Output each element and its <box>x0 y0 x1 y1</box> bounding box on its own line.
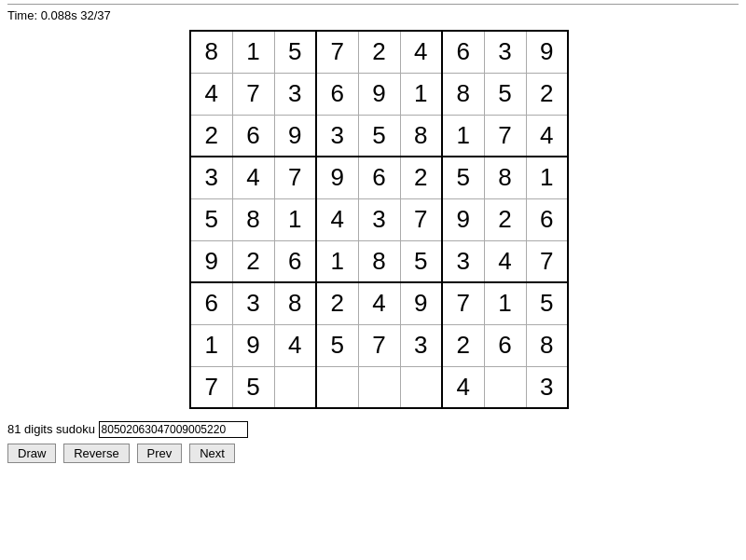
sudoku-cell: 8 <box>358 240 400 282</box>
sudoku-cell: 4 <box>316 198 358 240</box>
sudoku-cell: 9 <box>526 31 568 73</box>
sudoku-cell: 8 <box>484 157 526 198</box>
sudoku-cell: 8 <box>274 282 316 324</box>
sudoku-cell: 2 <box>442 324 484 366</box>
sudoku-cell: 9 <box>316 157 358 198</box>
sudoku-cell: 8 <box>526 324 568 366</box>
table-row: 347962581 <box>190 157 568 198</box>
sudoku-cell: 8 <box>190 31 232 73</box>
sudoku-cell: 6 <box>358 157 400 198</box>
digits-line: 81 digits sudoku <box>7 421 739 438</box>
sudoku-cell: 1 <box>526 157 568 198</box>
sudoku-cell: 9 <box>442 198 484 240</box>
next-button[interactable]: Next <box>189 444 235 463</box>
sudoku-cell: 1 <box>316 240 358 282</box>
sudoku-cell <box>358 366 400 408</box>
sudoku-cell: 7 <box>274 157 316 198</box>
sudoku-cell: 7 <box>358 324 400 366</box>
sudoku-cell: 6 <box>316 73 358 115</box>
sudoku-cell: 5 <box>400 240 442 282</box>
sudoku-cell: 6 <box>274 240 316 282</box>
sudoku-cell: 2 <box>400 157 442 198</box>
status-bar: Time: 0.088s 32/37 <box>7 4 739 22</box>
sudoku-cell: 6 <box>190 282 232 324</box>
sudoku-cell: 1 <box>400 73 442 115</box>
sudoku-cell: 7 <box>316 31 358 73</box>
sudoku-cell: 8 <box>400 115 442 157</box>
sudoku-cell: 1 <box>484 282 526 324</box>
sudoku-cell <box>484 366 526 408</box>
sudoku-cell: 7 <box>190 366 232 408</box>
sudoku-cell: 1 <box>190 324 232 366</box>
table-row: 638249715 <box>190 282 568 324</box>
draw-button[interactable]: Draw <box>7 444 56 463</box>
table-row: 7543 <box>190 366 568 408</box>
sudoku-cell: 5 <box>316 324 358 366</box>
sudoku-cell: 7 <box>442 282 484 324</box>
sudoku-cell: 6 <box>526 198 568 240</box>
footer: 81 digits sudoku Draw Reverse Prev Next <box>7 421 739 463</box>
sudoku-cell: 4 <box>274 324 316 366</box>
sudoku-cell: 5 <box>442 157 484 198</box>
sudoku-cell: 4 <box>358 282 400 324</box>
sudoku-cell: 4 <box>442 366 484 408</box>
sudoku-cell: 9 <box>274 115 316 157</box>
sudoku-cell: 6 <box>484 324 526 366</box>
status-text: Time: 0.088s 32/37 <box>7 8 111 22</box>
sudoku-cell: 6 <box>442 31 484 73</box>
table-row: 926185347 <box>190 240 568 282</box>
prev-button[interactable]: Prev <box>137 444 183 463</box>
reverse-button[interactable]: Reverse <box>63 444 129 463</box>
table-row: 815724639 <box>190 31 568 73</box>
sudoku-cell: 9 <box>400 282 442 324</box>
digits-input[interactable] <box>99 421 248 438</box>
sudoku-cell: 2 <box>190 115 232 157</box>
sudoku-cell: 3 <box>190 157 232 198</box>
button-row: Draw Reverse Prev Next <box>7 444 739 463</box>
sudoku-cell: 9 <box>358 73 400 115</box>
table-row: 473691852 <box>190 73 568 115</box>
sudoku-cell: 4 <box>190 73 232 115</box>
sudoku-container: 8157246394736918522693581743479625815814… <box>189 30 569 409</box>
sudoku-cell: 5 <box>274 31 316 73</box>
sudoku-cell: 3 <box>232 282 274 324</box>
table-row: 194573268 <box>190 324 568 366</box>
sudoku-cell: 4 <box>526 115 568 157</box>
sudoku-cell: 5 <box>232 366 274 408</box>
sudoku-cell: 7 <box>484 115 526 157</box>
sudoku-cell: 4 <box>232 157 274 198</box>
sudoku-cell: 6 <box>232 115 274 157</box>
sudoku-cell: 2 <box>316 282 358 324</box>
sudoku-cell: 3 <box>526 366 568 408</box>
sudoku-cell: 5 <box>484 73 526 115</box>
sudoku-cell: 4 <box>400 31 442 73</box>
sudoku-cell: 7 <box>526 240 568 282</box>
sudoku-cell: 7 <box>232 73 274 115</box>
sudoku-cell: 8 <box>232 198 274 240</box>
sudoku-cell: 3 <box>274 73 316 115</box>
sudoku-cell: 8 <box>442 73 484 115</box>
sudoku-cell: 5 <box>190 198 232 240</box>
sudoku-cell <box>400 366 442 408</box>
sudoku-cell: 3 <box>484 31 526 73</box>
sudoku-cell: 9 <box>232 324 274 366</box>
sudoku-cell: 5 <box>526 282 568 324</box>
sudoku-cell: 7 <box>400 198 442 240</box>
sudoku-cell: 1 <box>274 198 316 240</box>
sudoku-cell: 3 <box>442 240 484 282</box>
sudoku-cell: 3 <box>316 115 358 157</box>
sudoku-cell <box>316 366 358 408</box>
sudoku-cell: 5 <box>358 115 400 157</box>
sudoku-grid: 8157246394736918522693581743479625815814… <box>189 30 569 409</box>
sudoku-cell: 9 <box>190 240 232 282</box>
sudoku-cell: 4 <box>484 240 526 282</box>
sudoku-cell: 2 <box>232 240 274 282</box>
sudoku-cell: 2 <box>484 198 526 240</box>
table-row: 269358174 <box>190 115 568 157</box>
sudoku-cell: 1 <box>232 31 274 73</box>
sudoku-cell: 2 <box>526 73 568 115</box>
table-row: 581437926 <box>190 198 568 240</box>
sudoku-cell: 3 <box>358 198 400 240</box>
digits-label: 81 digits sudoku <box>7 422 95 436</box>
sudoku-cell: 1 <box>442 115 484 157</box>
